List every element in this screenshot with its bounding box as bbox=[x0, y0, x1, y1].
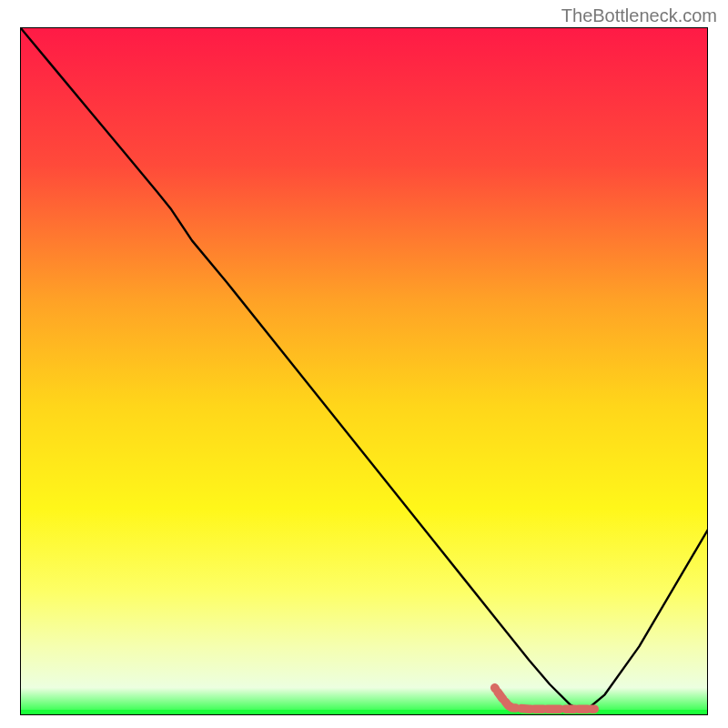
bottleneck-chart bbox=[20, 27, 708, 715]
watermark-label: TheBottleneck.com bbox=[561, 5, 717, 26]
gradient-background bbox=[20, 27, 708, 715]
chart-canvas bbox=[20, 27, 708, 715]
